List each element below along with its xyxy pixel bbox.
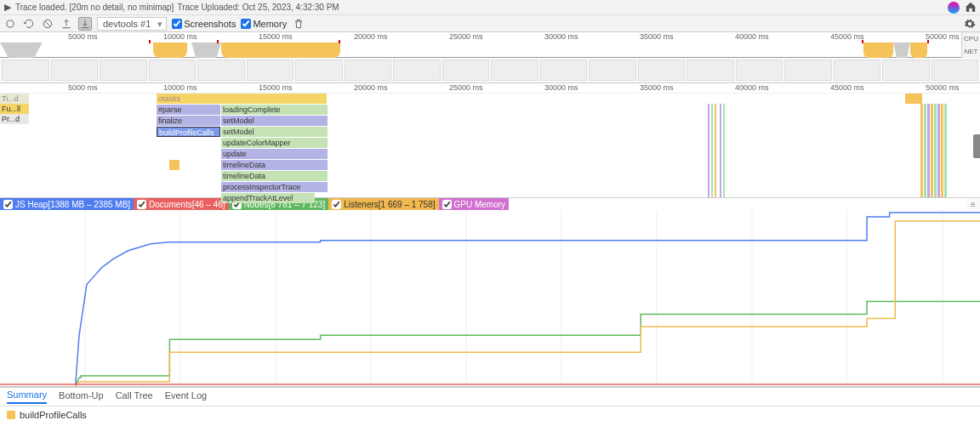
ov-tick: 20000 ms: [354, 32, 388, 41]
screenshot-thumb[interactable]: [491, 60, 538, 81]
screenshots-checkbox[interactable]: Screenshots: [172, 19, 236, 29]
home-icon[interactable]: [965, 1, 977, 14]
main-tick: 40000 ms: [735, 83, 769, 92]
memory-graph-svg: [0, 210, 980, 386]
flame-tasks[interactable]: otasks: [157, 94, 327, 104]
memory-graph[interactable]: [0, 210, 980, 387]
screenshots-strip[interactable]: [0, 58, 980, 83]
flame-setModel2[interactable]: setModel: [221, 127, 328, 137]
main-ruler: 5000 ms 10000 ms 15000 ms 20000 ms 25000…: [0, 83, 980, 94]
upload-icon[interactable]: [60, 17, 73, 31]
tab-call-tree[interactable]: Call Tree: [116, 390, 153, 403]
main-tick: 15000 ms: [259, 83, 293, 92]
performance-toolbar: devtools #1 Screenshots Memory: [0, 15, 980, 32]
tab-bottom-up[interactable]: Bottom-Up: [59, 390, 104, 403]
flame-processInspectorTrace[interactable]: processInspectorTrace: [221, 182, 328, 192]
overview-body: [0, 43, 980, 58]
main-tick: 35000 ms: [640, 83, 674, 92]
summary-swatch: [7, 411, 15, 419]
track-full[interactable]: Fu...ll: [0, 104, 29, 114]
ov-tick: 5000 ms: [68, 32, 98, 41]
collapse-handle[interactable]: [973, 134, 980, 158]
play-icon[interactable]: ▶: [3, 2, 12, 13]
main-tick: 45000 ms: [830, 83, 864, 92]
screenshot-thumb[interactable]: [932, 60, 979, 81]
tab-event-log[interactable]: Event Log: [165, 390, 208, 403]
ov-tick: 45000 ms: [830, 32, 864, 41]
recording-select-label: devtools #1: [103, 19, 151, 29]
flame-loadingComplete[interactable]: loadingComplete: [221, 105, 328, 115]
track-labels: Ti...d Fu...ll Pr...d: [0, 94, 29, 124]
record-icon[interactable]: [3, 17, 17, 31]
flame-update[interactable]: update: [221, 149, 328, 159]
main-tick: 20000 ms: [354, 83, 388, 92]
screenshot-thumb[interactable]: [393, 60, 441, 81]
flame-parse[interactable]: #parse: [157, 105, 220, 115]
ov-tick: 30000 ms: [544, 32, 578, 41]
screenshot-thumb[interactable]: [687, 60, 734, 81]
details-tabs: Summary Bottom-Up Call Tree Event Log: [0, 388, 980, 406]
track-tid[interactable]: Ti...d: [0, 94, 29, 104]
clear-icon[interactable]: [41, 17, 54, 31]
overview-timeline[interactable]: 5000 ms 10000 ms 15000 ms 20000 ms 25000…: [0, 32, 980, 58]
garbage-collect-icon[interactable]: [292, 17, 305, 31]
ov-tick: 25000 ms: [449, 32, 483, 41]
cpu-net-sidebar: CPU NET: [961, 32, 980, 58]
screenshot-thumb[interactable]: [197, 60, 245, 81]
ov-tick: 50000 ms: [926, 32, 960, 41]
summary-item-name: buildProfileCalls: [20, 410, 87, 420]
screenshot-thumb[interactable]: [442, 60, 490, 81]
ov-tick: 10000 ms: [163, 32, 197, 41]
flamechart-area[interactable]: 5000 ms 10000 ms 15000 ms 20000 ms 25000…: [0, 83, 980, 198]
flame-timelineData2[interactable]: timelineData: [221, 171, 328, 181]
screenshot-thumb[interactable]: [100, 60, 147, 81]
screenshot-thumb[interactable]: [51, 60, 99, 81]
screenshot-thumb[interactable]: [589, 60, 636, 81]
ov-tick: 15000 ms: [259, 32, 293, 41]
download-icon[interactable]: [78, 17, 92, 31]
trace-status-2: Trace Uploaded: Oct 25, 2023, 4:32:30 PM: [177, 3, 339, 12]
main-tick: 50000 ms: [926, 83, 960, 92]
reload-icon[interactable]: [22, 17, 36, 31]
settings-icon[interactable]: [963, 17, 977, 31]
trace-status-1: Trace loaded. [20m no detail, no minimap…: [15, 3, 174, 12]
flame-updateColorMapper[interactable]: updateColorMapper: [221, 138, 328, 148]
tab-summary[interactable]: Summary: [7, 389, 47, 404]
screenshot-thumb[interactable]: [736, 60, 783, 81]
main-tick: 30000 ms: [544, 83, 578, 92]
flame-timelineData1[interactable]: timelineData: [221, 160, 328, 170]
flame-buildProfileCalls[interactable]: buildProfileCalls: [157, 127, 220, 137]
flame-appendTrackAtLevel[interactable]: appendTrackAtLevel: [221, 193, 315, 203]
screenshot-thumb[interactable]: [149, 60, 197, 81]
details-panel: Summary Bottom-Up Call Tree Event Log bu…: [0, 387, 980, 428]
screenshot-thumb[interactable]: [784, 60, 832, 81]
screenshot-thumb[interactable]: [295, 60, 343, 81]
ov-tick: 35000 ms: [640, 32, 674, 41]
screenshot-thumb[interactable]: [834, 60, 881, 81]
net-label: NET: [965, 48, 978, 55]
screenshot-thumb[interactable]: [345, 60, 392, 81]
flamechart[interactable]: otasks #parse loadingComplete finalize s…: [29, 94, 971, 197]
user-profile-icon[interactable]: [948, 2, 960, 14]
flame-finalize[interactable]: finalize: [157, 116, 220, 126]
screenshot-thumb[interactable]: [638, 60, 686, 81]
flame-block[interactable]: [169, 160, 179, 170]
screenshot-thumb[interactable]: [247, 60, 294, 81]
screenshot-thumb[interactable]: [2, 60, 49, 81]
top-info-bar: ▶ Trace loaded. [20m no detail, no minim…: [0, 0, 980, 15]
screenshot-thumb[interactable]: [882, 60, 930, 81]
track-prd[interactable]: Pr...d: [0, 114, 29, 124]
memory-label: Memory: [253, 19, 287, 29]
main-tick: 25000 ms: [449, 83, 483, 92]
flame-setModel1[interactable]: setModel: [221, 116, 328, 126]
ov-tick: 40000 ms: [735, 32, 769, 41]
cpu-label: CPU: [964, 35, 978, 43]
memory-checkbox[interactable]: Memory: [241, 19, 287, 29]
recording-select[interactable]: devtools #1: [97, 17, 167, 31]
main-tick: 5000 ms: [68, 83, 98, 92]
summary-body: buildProfileCalls: [0, 406, 980, 423]
screenshot-thumb[interactable]: [540, 60, 588, 81]
svg-point-0: [7, 20, 14, 26]
flame-block[interactable]: [905, 94, 922, 104]
overview-ruler: 5000 ms 10000 ms 15000 ms 20000 ms 25000…: [0, 32, 980, 43]
